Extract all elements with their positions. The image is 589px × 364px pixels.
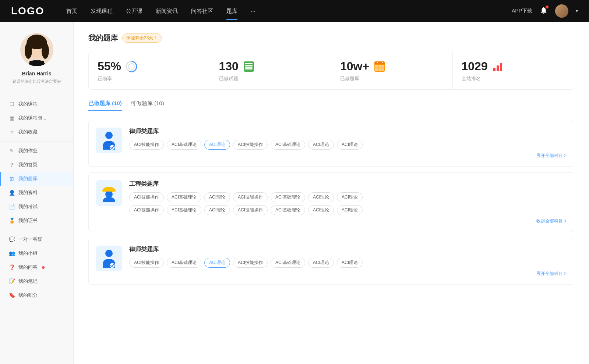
tag-3-4[interactable]: ACI技能操作 xyxy=(233,258,268,268)
sidebar-item-favorites[interactable]: ☆ 我的收藏 xyxy=(0,125,73,139)
qbank-title-1: 律师类题库 xyxy=(129,128,567,135)
svg-rect-12 xyxy=(493,68,495,71)
tab-available[interactable]: 可做题库 (10) xyxy=(131,100,164,111)
qa-icon: ❓ xyxy=(9,264,15,270)
sidebar-item-notes[interactable]: 📝 我的笔记 xyxy=(0,274,73,288)
tag-2-6[interactable]: ACI理论 xyxy=(308,192,334,202)
nav-news[interactable]: 新闻资讯 xyxy=(156,6,178,16)
tag-1-4[interactable]: ACI技能操作 xyxy=(233,140,268,150)
sidebar-avatar xyxy=(20,33,53,66)
sidebar-motto: 错误的决定比没有决定要好 xyxy=(13,79,61,84)
sidebar-label-exam: 我的考试 xyxy=(18,203,38,210)
stat-rank-label: 全站排名 xyxy=(462,75,565,82)
tag-3-2[interactable]: ACI基础理论 xyxy=(167,258,201,268)
stat-rank: 1029 全站排名 xyxy=(453,52,574,89)
sidebar-label-homework: 我的作业 xyxy=(18,147,38,154)
nav-question-bank[interactable]: 题库 xyxy=(226,6,237,16)
tag-1-6[interactable]: ACI理论 xyxy=(308,140,334,150)
nav-qa[interactable]: 问答社区 xyxy=(191,6,213,16)
tag-2-7[interactable]: ACI理论 xyxy=(337,192,363,202)
navbar-right: APP下载 ▾ xyxy=(512,4,578,18)
sidebar-item-profile[interactable]: 👤 我的资料 xyxy=(0,186,73,200)
tag-2-9[interactable]: ACI基础理论 xyxy=(167,205,201,215)
qbank-icon-engineer xyxy=(96,180,122,206)
user-avatar[interactable] xyxy=(555,4,568,18)
qbank-item-1: 律师类题库 ACI技能操作 ACI基础理论 ACI理论 ACI技能操作 ACI基… xyxy=(88,120,574,167)
cert-icon: 🏅 xyxy=(9,218,15,224)
edit-icon: ✎ xyxy=(9,148,15,154)
tag-2-13[interactable]: ACI理论 xyxy=(308,205,334,215)
bar-chart-icon xyxy=(491,60,505,73)
svg-rect-14 xyxy=(500,63,502,71)
sidebar-item-group[interactable]: 👥 我的小组 xyxy=(0,246,73,260)
app-download-link[interactable]: APP下载 xyxy=(512,8,532,14)
doc-icon: 📄 xyxy=(9,204,15,210)
qbank-content-3: 律师类题库 ACI技能操作 ACI基础理论 ACI理论 ACI技能操作 ACI基… xyxy=(129,246,567,277)
logo: LOGO xyxy=(11,5,44,17)
sidebar-item-qa[interactable]: ? 我的答疑 xyxy=(0,158,73,172)
tag-3-3[interactable]: ACI理论 xyxy=(204,258,230,268)
nav-more[interactable]: ··· xyxy=(251,6,255,16)
tag-2-12[interactable]: ACI基础理论 xyxy=(271,205,305,215)
tag-2-10[interactable]: ACI理论 xyxy=(204,205,230,215)
tab-done[interactable]: 已做题库 (10) xyxy=(88,100,122,111)
tag-1-2[interactable]: ACI基础理论 xyxy=(167,140,201,150)
nav-courses[interactable]: 发现课程 xyxy=(91,6,113,16)
calendar-icon xyxy=(373,60,386,73)
sidebar-item-points[interactable]: 🔖 我的积分 xyxy=(0,288,73,302)
tag-2-2[interactable]: ACI基础理论 xyxy=(167,192,201,202)
stat-accuracy-top: 55% xyxy=(98,60,201,73)
sidebar-label-favorites: 我的收藏 xyxy=(18,129,38,135)
tag-1-5[interactable]: ACI基础理论 xyxy=(271,140,305,150)
file-icon: ☐ xyxy=(9,101,15,107)
qbank-content-1: 律师类题库 ACI技能操作 ACI基础理论 ACI理论 ACI技能操作 ACI基… xyxy=(129,128,567,159)
nav-open-course[interactable]: 公开课 xyxy=(126,6,142,16)
navbar: LOGO 首页 发现课程 公开课 新闻资讯 问答社区 题库 ··· APP下载 … xyxy=(0,0,589,22)
qbank-expand-3[interactable]: 展开全部科目 > xyxy=(129,271,567,277)
qbank-collapse-2[interactable]: 收起全部科目 > xyxy=(129,218,567,224)
qbank-tags-2-row2: ACI技能操作 ACI基础理论 ACI理论 ACI技能操作 ACI基础理论 AC… xyxy=(129,205,567,215)
chat-icon: 💬 xyxy=(9,236,15,242)
sidebar-item-tutoring[interactable]: 💬 一对一答疑 xyxy=(0,232,73,246)
nav-home[interactable]: 首页 xyxy=(66,6,77,16)
tag-2-14[interactable]: ACI理论 xyxy=(337,205,363,215)
avatar-image xyxy=(555,4,568,18)
tag-2-5[interactable]: ACI基础理论 xyxy=(271,192,305,202)
page-header: 我的题库 体验剩余23天！ xyxy=(88,33,574,43)
sidebar-item-homework[interactable]: ✎ 我的作业 xyxy=(0,144,73,158)
stat-rank-top: 1029 xyxy=(462,60,565,73)
tag-1-1[interactable]: ACI技能操作 xyxy=(129,140,164,150)
sidebar-label-qa: 我的答疑 xyxy=(18,161,38,168)
sidebar-item-certificate[interactable]: 🏅 我的证书 xyxy=(0,214,73,228)
svg-point-11 xyxy=(128,64,134,69)
tag-2-1[interactable]: ACI技能操作 xyxy=(129,192,164,202)
qbank-tags-1: ACI技能操作 ACI基础理论 ACI理论 ACI技能操作 ACI基础理论 AC… xyxy=(129,140,567,150)
sidebar-label-my-courses: 我的课程 xyxy=(18,101,38,107)
tag-2-11[interactable]: ACI技能操作 xyxy=(233,205,268,215)
tag-3-1[interactable]: ACI技能操作 xyxy=(129,258,164,268)
notification-dot xyxy=(546,6,549,8)
tag-3-6[interactable]: ACI理论 xyxy=(308,258,334,268)
qbank-expand-1[interactable]: 展开全部科目 > xyxy=(129,153,567,159)
sidebar-item-my-courses[interactable]: ☐ 我的课程 xyxy=(0,97,73,111)
tag-3-5[interactable]: ACI基础理论 xyxy=(271,258,305,268)
tag-2-8[interactable]: ACI技能操作 xyxy=(129,205,164,215)
unread-dot xyxy=(42,266,45,269)
sidebar-label-tutoring: 一对一答疑 xyxy=(18,236,42,243)
tag-2-3[interactable]: ACI理论 xyxy=(204,192,230,202)
sidebar-label-points: 我的积分 xyxy=(18,292,38,299)
sidebar-divider-1 xyxy=(0,141,73,142)
sidebar-item-questions[interactable]: ❓ 我的问答 xyxy=(0,260,73,274)
tag-2-4[interactable]: ACI技能操作 xyxy=(233,192,268,202)
tag-1-7[interactable]: ACI理论 xyxy=(337,140,363,150)
svg-point-22 xyxy=(105,250,113,257)
bar-icon: ▦ xyxy=(9,115,15,121)
sidebar-item-exam[interactable]: 📄 我的考试 xyxy=(0,200,73,214)
tag-1-3[interactable]: ACI理论 xyxy=(204,140,230,150)
sidebar-label-course-package: 我的课程包... xyxy=(18,115,46,121)
sidebar-item-course-package[interactable]: ▦ 我的课程包... xyxy=(0,111,73,125)
tag-3-7[interactable]: ACI理论 xyxy=(337,258,363,268)
sidebar-item-question-bank[interactable]: ⊞ 我的题库 xyxy=(0,172,73,186)
user-dropdown-arrow[interactable]: ▾ xyxy=(576,8,578,14)
notification-bell[interactable] xyxy=(540,6,548,16)
